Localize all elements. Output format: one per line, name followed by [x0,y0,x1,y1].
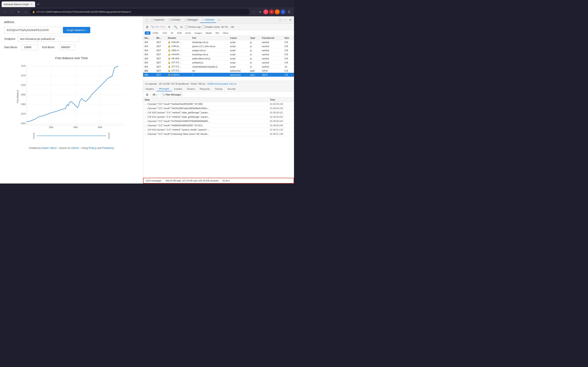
col-transferred[interactable]: Transferred [260,36,283,40]
col-domain[interactable]: Domain [167,36,191,40]
table-row[interactable]: 304 GET 🔒 cdnjs.cl... popper.min.js scri… [143,48,294,52]
table-row[interactable]: 304 GET 🔒 maxcdn... bootstrap.min.js scr… [143,40,294,44]
range-handle-left[interactable] [33,133,35,139]
plotly-link[interactable]: Plotly.js [88,147,96,150]
back-button[interactable]: ← [2,9,8,15]
cell-cause: script [229,65,249,69]
table-row[interactable]: 304 GET 🔒 code.jq... jquery-3.2.1.slim.m… [143,44,294,48]
table-row[interactable]: 304 GET 🔒 cdn.plot... plotly-latest.min.… [143,57,294,60]
url-input[interactable] [36,11,247,13]
table-row[interactable]: 101 GET 🔒 kusama... / websocket plain 18… [143,73,294,77]
col-type[interactable]: Type [249,36,260,40]
list-item[interactable]: ↓ {"jsonrpc":"2.0","result":"0xf0d634c06… [143,123,294,128]
cell-method: GET [155,57,167,60]
new-tab-button[interactable]: + [36,2,41,7]
network-table-container[interactable]: Sta... Me... Domain File Cause Type Tran… [143,36,294,81]
list-item[interactable]: ↑ {"id":610,"jsonrpc":"2.0","method":"st… [143,110,294,115]
pause-btn[interactable]: ⏸ [167,25,172,29]
block-btn[interactable]: ⊘ [179,25,184,29]
persist-logs-checkbox[interactable] [185,25,188,28]
dt-tab-debugger[interactable]: ⬚ Debugger [182,17,200,23]
devtools-close-btn[interactable]: ✕ [288,17,293,22]
extensions-button[interactable]: ⋯ [251,9,257,15]
subtab-security[interactable]: Security [225,86,238,91]
dt-tab-network[interactable]: ↑↓ Network [200,17,216,23]
filter-other[interactable]: Other [221,31,230,35]
search-btn[interactable]: 🔍 [173,25,178,29]
filter-messages-btn[interactable]: 🔍 Filter Messages [160,93,183,96]
filter-js[interactable]: JS [169,31,175,35]
address-bar[interactable]: 🔒 [30,9,250,15]
filter-media[interactable]: Media [204,31,213,35]
responsive-btn[interactable]: ⬚ [278,17,283,22]
outgoing-arrow: ↑ [145,116,148,118]
range-slider[interactable] [6,133,137,139]
table-row[interactable]: 304 GET 🔒 127.0.0.... polkadot.js script… [143,60,294,65]
filter-ws[interactable]: WS [214,31,221,35]
menu-button[interactable]: ☰ [286,9,292,15]
subtab-headers[interactable]: Headers [143,86,156,91]
all-messages-btn[interactable]: All ↕ [151,93,159,96]
filter-fonts[interactable]: Fonts [184,31,193,35]
list-item[interactable]: ↑ {"id":611,"jsonrpc":"2.0","method":"st… [143,115,294,119]
col-cause[interactable]: Cause [229,36,249,40]
list-item[interactable]: ↓ {"jsonrpc":"2.0","result":{"isSyncing"… [143,132,294,136]
pocket-icon[interactable]: P [263,9,268,14]
polkadot-link[interactable]: Polkadot.js [102,147,114,150]
ha-selector[interactable]: HA [231,26,234,28]
messages-list[interactable]: ↓ {"jsonrpc":"2.0","result":"0xe0eef1be6… [143,102,294,178]
endpoint-input[interactable] [18,36,79,42]
reload-button[interactable]: ↻ [16,9,22,15]
col-file[interactable]: File [191,36,229,40]
col-status[interactable]: Sta... [143,36,155,40]
table-row[interactable]: 304 GET 🔒 127.0.0.... substratebalancegr… [143,65,294,69]
list-item[interactable]: ↑ {"id":612,"jsonrpc":"2.0","method":"sy… [143,128,294,132]
end-block-input[interactable] [59,44,75,50]
subtab-messages[interactable]: Messages [156,86,172,91]
filter-html[interactable]: HTML [151,31,160,35]
filter-xhr[interactable]: XHR [175,31,183,35]
dt-tab-more[interactable]: » [216,17,222,23]
filter-all[interactable]: All [145,31,150,35]
start-block-label: Start Block: [4,46,17,49]
cell-cause: websocket [229,73,249,77]
subtab-cookies[interactable]: Cookies [172,86,185,91]
range-handle-right[interactable] [108,133,110,139]
throttle-selector[interactable]: No Thr... [221,26,230,28]
dt-tab-inspector[interactable]: ⬚ Inspector [149,17,166,23]
clear-requests-btn[interactable]: 🗑 [145,25,150,29]
addon-icon-2[interactable]: F [275,9,280,14]
address-field[interactable] [4,27,61,33]
graph-balance-button[interactable]: Graph Balance » [63,27,90,33]
subtab-response[interactable]: Response [197,86,212,91]
dt-more-btn[interactable]: ⋯ [283,17,288,22]
list-item[interactable]: ↓ {"jsonrpc":"2.0","result":"0x756202145… [143,119,294,123]
bookmark-icon[interactable]: ★ [258,9,263,14]
home-button[interactable]: ⌂ [23,9,29,15]
clear-messages-btn[interactable]: 🗑 [145,92,150,97]
tab-close-button[interactable]: × [30,3,33,6]
disable-cache-checkbox[interactable] [202,25,205,28]
list-item[interactable]: ↓ {"jsonrpc":"2.0","result":"0xe0eef1be6… [143,102,294,106]
forward-button[interactable]: → [9,9,15,15]
col-method[interactable]: Me... [155,36,167,40]
filter-images[interactable]: Images [193,31,204,35]
disable-cache-label[interactable]: Disable Cache [202,25,220,28]
persist-logs-label[interactable]: Persist Logs [185,25,201,28]
filter-css[interactable]: CSS [161,31,169,35]
table-row[interactable]: 304 GET 🔒 maxcdn... bootstrap.min.js scr… [143,52,294,57]
dt-tab-console[interactable]: ⬚ Console [166,17,182,23]
start-block-input[interactable] [22,44,38,50]
addon-icon-3[interactable]: S [281,9,285,14]
addon-icon-1[interactable]: M [269,9,274,14]
cell-domain: 🔒 127.0.0.... [167,60,191,65]
subtab-timings[interactable]: Timings [212,86,225,91]
author-link[interactable]: Shawn Tabrizi [42,147,57,150]
github-link[interactable]: GitHub [71,147,79,150]
list-item[interactable]: ↓ {"jsonrpc":"2.0","result":"0x01fa18fb7… [143,106,294,110]
active-tab[interactable]: Substrate Balance Graph × [2,1,35,7]
table-row[interactable]: 101 GET 🔒 127.0.0.... ws websocket plain… [143,69,294,73]
col-size[interactable]: Size [283,36,294,40]
subtab-params[interactable]: Params [185,86,197,91]
devtools-pick-btn[interactable]: ⬚ [144,17,149,22]
